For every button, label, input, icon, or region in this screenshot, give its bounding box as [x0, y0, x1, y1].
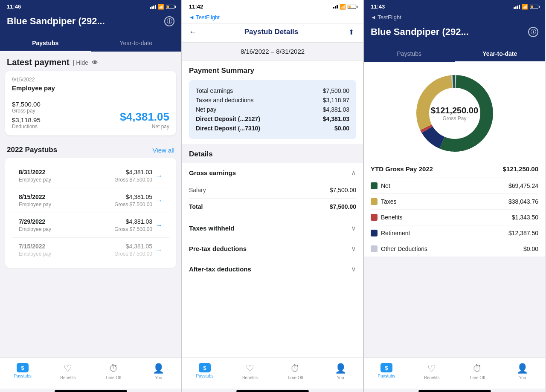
item-type-2: Employee pay: [19, 202, 51, 208]
deductions-row: $3,118.95 Deductions: [12, 116, 41, 130]
nav-timeoff-3[interactable]: ⏱ Time Off: [455, 361, 500, 382]
content-2: 8/16/2022 – 8/31/2022 Payment Summary To…: [182, 43, 363, 357]
back-button-2[interactable]: ←: [189, 28, 197, 37]
signal-icon: [150, 5, 156, 9]
summary-value-4: $0.00: [334, 125, 349, 132]
card-amounts: $7,500.00 Gross pay $3,118.95 Deductions…: [12, 101, 169, 130]
accordion-gross-header[interactable]: Gross earnings ∧: [182, 163, 363, 183]
nav-benefits-label-2: Benefits: [242, 375, 258, 380]
accordion-taxes-header[interactable]: Taxes withheld ∨: [182, 218, 363, 238]
accordion-gross-title: Gross earnings: [189, 169, 236, 176]
nav-benefits-3[interactable]: ♡ Benefits: [409, 361, 454, 382]
item-gross-1: Gross $7,500.00: [114, 177, 152, 183]
accordion-gross-content: Salary $7,500.00 Total $7,500.00: [182, 183, 363, 218]
list-item[interactable]: 7/15/2022 Employee pay $4,381.05 Gross $…: [12, 238, 169, 262]
accordion-pretax-title: Pre-tax deductions: [189, 245, 247, 252]
nav-benefits-1[interactable]: ♡ Benefits: [45, 361, 90, 382]
deductions-label: Deductions: [12, 124, 41, 130]
gross-total-label: Total: [189, 203, 203, 210]
nav-you-label-2: You: [337, 375, 344, 380]
tab-paystubs-1[interactable]: Paystubs: [0, 35, 91, 52]
nav-benefits-2[interactable]: ♡ Benefits: [227, 361, 273, 382]
item-net-3: $4,381.03: [126, 218, 152, 225]
testflight-back-2[interactable]: ◄ TestFlight: [189, 14, 220, 20]
latest-payment-card: 9/15/2022 Employee pay $7,500.00 Gross p…: [5, 71, 176, 135]
nav-paystubs-label-2: Paystubs: [196, 374, 213, 378]
nav-timeoff-1[interactable]: ⏱ Time Off: [91, 361, 136, 382]
chevron-up-icon: ∧: [351, 169, 356, 177]
chevron-down-icon-pretax: ∨: [351, 245, 356, 253]
arrow-icon-1: →: [156, 172, 163, 180]
hide-label[interactable]: | Hide: [73, 59, 88, 66]
benefits-icon-1: ♡: [64, 363, 72, 374]
list-item[interactable]: 8/31/2022 Employee pay $4,381.03 Gross $…: [12, 164, 169, 188]
info-button-3[interactable]: ⓘ: [528, 27, 538, 37]
paystubs-list-header: 2022 Paystubs View all: [0, 141, 181, 158]
info-button-1[interactable]: ⓘ: [164, 16, 174, 26]
item-date-3: 7/29/2022: [19, 218, 51, 225]
wifi-icon-3: 📶: [522, 4, 528, 10]
paystubs-icon-2: $: [199, 363, 211, 372]
nav-you-2[interactable]: 👤 You: [318, 361, 363, 382]
accordion-pretax-header[interactable]: Pre-tax deductions ∨: [182, 239, 363, 259]
donut-amount: $121,250.00: [431, 106, 478, 115]
item-net-4: $4,381.05: [126, 243, 152, 250]
share-button-2[interactable]: ⬆: [346, 27, 356, 37]
home-indicator-2: [236, 390, 309, 392]
donut-label: Gross Pay: [431, 115, 478, 121]
arrow-icon-2: →: [156, 197, 163, 205]
item-date-2: 8/15/2022: [19, 193, 51, 200]
nav-you-1[interactable]: 👤 You: [136, 361, 181, 382]
latest-payment-title: Latest payment: [7, 58, 70, 67]
ytd-net-value: $69,475.24: [508, 182, 538, 189]
phone-3: 11:43 📶 ◄ TestFlight Blue Sandpip: [363, 0, 545, 392]
ytd-item-other: Other Deductions $0.00: [371, 241, 538, 257]
item-type-4: Employee pay: [19, 251, 51, 257]
item-type-1: Employee pay: [19, 177, 51, 183]
tabs-3: Paystubs Year-to-date: [364, 46, 545, 62]
net-color-dot: [371, 182, 378, 189]
app-title-3: Blue Sandpiper (292...: [371, 26, 469, 37]
paystub-header-row: ← Paystub Details ⬆: [189, 27, 356, 37]
battery-icon-3: [530, 5, 538, 9]
gross-item-salary: Salary $7,500.00: [189, 183, 356, 197]
retirement-color-dot: [371, 230, 378, 236]
item-gross-4: Gross $7,500.00: [114, 251, 152, 257]
summary-value-1: $3,118.97: [323, 97, 349, 104]
ytd-taxes-value: $38,043.76: [508, 198, 538, 205]
summary-label-0: Total earnings: [196, 87, 233, 94]
view-all-button[interactable]: View all: [153, 147, 174, 154]
paystubs-icon-1: $: [17, 363, 29, 372]
payment-summary-title: Payment Summary: [189, 66, 356, 75]
status-bar-1: 11:46 📶: [0, 0, 181, 12]
tab-paystubs-3[interactable]: Paystubs: [364, 46, 455, 62]
nav-timeoff-2[interactable]: ⏱ Time Off: [273, 361, 318, 382]
list-item[interactable]: 8/15/2022 Employee pay $4,381.05 Gross $…: [12, 188, 169, 213]
eye-icon: 👁: [92, 59, 98, 66]
nav-timeoff-label-2: Time Off: [287, 375, 303, 380]
tab-ytd-1[interactable]: Year-to-date: [91, 35, 182, 52]
summary-row-3: Direct Deposit (...2127) $4,381.03: [196, 114, 349, 124]
tab-ytd-3[interactable]: Year-to-date: [455, 46, 546, 62]
nav-paystubs-3[interactable]: $ Paystubs: [364, 361, 409, 382]
nav-paystubs-1[interactable]: $ Paystubs: [0, 361, 45, 382]
accordion-aftertax-header[interactable]: After-tax deductions ∨: [182, 259, 363, 279]
payment-summary-section: Payment Summary Total earnings $7,500.00…: [182, 61, 363, 139]
timeoff-icon-1: ⏱: [109, 363, 118, 374]
time-3: 11:43: [371, 3, 385, 10]
list-item[interactable]: 7/29/2022 Employee pay $4,381.03 Gross $…: [12, 213, 169, 238]
summary-row-0: Total earnings $7,500.00: [196, 86, 349, 95]
ytd-item-retirement: Retirement $12,387.50: [371, 225, 538, 241]
nav-paystubs-2[interactable]: $ Paystubs: [182, 361, 227, 382]
benefits-color-dot: [371, 214, 378, 221]
details-label: Details: [182, 144, 363, 163]
home-indicator-1: [55, 390, 127, 392]
donut-center: $121,250.00 Gross Pay: [431, 106, 478, 121]
summary-label-2: Net pay: [196, 106, 216, 113]
paystubs-title: 2022 Paystubs: [7, 146, 57, 154]
summary-row-1: Taxes and deductions $3,118.97: [196, 95, 349, 105]
nav-you-3[interactable]: 👤 You: [500, 361, 545, 382]
home-indicator-3: [418, 390, 491, 392]
testflight-back-3[interactable]: ◄ TestFlight: [371, 14, 401, 20]
ytd-item-benefits: Benefits $1,343.50: [371, 210, 538, 225]
